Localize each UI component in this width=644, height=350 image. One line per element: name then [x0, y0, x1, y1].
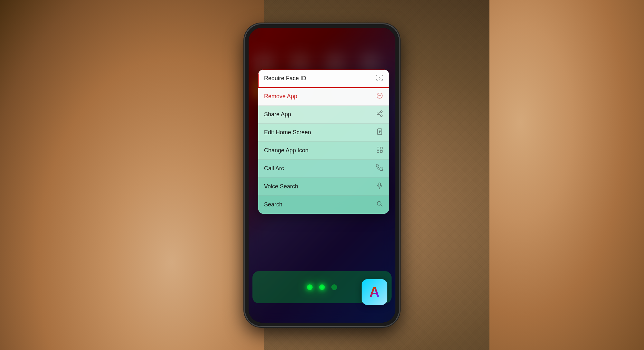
phone-call-icon — [376, 164, 383, 173]
remove-app-label: Remove App — [264, 93, 297, 100]
svg-point-1 — [381, 110, 383, 112]
grid-icon — [376, 146, 383, 155]
svg-rect-8 — [380, 150, 382, 152]
menu-item-edit-home-screen[interactable]: Edit Home Screen — [258, 124, 389, 142]
face-id-icon — [376, 74, 383, 83]
menu-item-remove-app[interactable]: Remove App — [258, 88, 389, 106]
arc-app-icon[interactable]: A — [362, 279, 387, 305]
hand-right — [489, 0, 644, 350]
menu-item-search[interactable]: Search — [258, 196, 389, 214]
menu-item-share-app[interactable]: Share App — [258, 106, 389, 124]
phone-body: Require Face ID Remove App — [245, 24, 399, 326]
menu-item-require-face-id[interactable]: Require Face ID — [258, 70, 389, 88]
voice-search-label: Voice Search — [264, 183, 298, 190]
menu-item-voice-search[interactable]: Voice Search — [258, 178, 389, 196]
search-label: Search — [264, 201, 282, 208]
share-app-label: Share App — [264, 111, 291, 118]
scene: Require Face ID Remove App — [0, 0, 644, 350]
menu-item-call-arc[interactable]: Call Arc — [258, 160, 389, 178]
dock-dot-2 — [319, 284, 325, 290]
svg-point-10 — [377, 202, 381, 205]
menu-item-change-app-icon[interactable]: Change App Icon — [258, 142, 389, 160]
svg-point-2 — [377, 113, 379, 115]
svg-rect-6 — [380, 147, 382, 149]
svg-rect-7 — [377, 150, 379, 152]
mic-icon — [376, 182, 383, 191]
svg-point-3 — [381, 115, 383, 117]
phone-screen: Require Face ID Remove App — [249, 28, 395, 323]
svg-rect-9 — [379, 183, 381, 186]
call-arc-label: Call Arc — [264, 165, 284, 172]
arc-logo: A — [369, 285, 380, 299]
dock-dot-3 — [331, 284, 337, 290]
svg-rect-4 — [378, 128, 382, 134]
search-icon — [376, 200, 383, 209]
hand-left — [0, 0, 264, 350]
share-icon — [376, 110, 383, 119]
svg-rect-5 — [377, 147, 379, 149]
phone-edit-icon — [376, 128, 383, 137]
minus-circle-icon — [376, 92, 383, 101]
require-face-id-label: Require Face ID — [264, 75, 306, 82]
dock-dot-1 — [307, 284, 313, 290]
context-menu: Require Face ID Remove App — [258, 70, 389, 214]
change-app-icon-label: Change App Icon — [264, 147, 308, 154]
edit-home-screen-label: Edit Home Screen — [264, 129, 311, 136]
